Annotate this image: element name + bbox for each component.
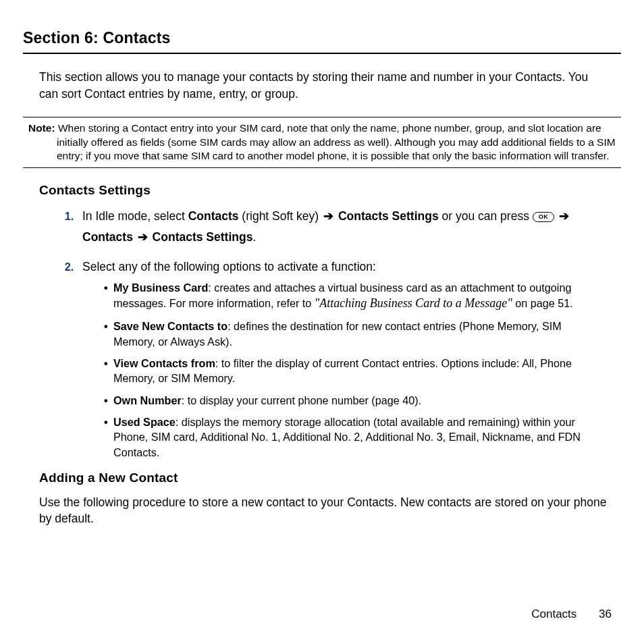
option-label: My Business Card: [113, 281, 208, 294]
list-item: Used Space: displays the memory storage …: [104, 414, 601, 460]
step1-softkey: (right Soft key): [239, 209, 323, 223]
cross-reference: "Attaching Business Card to a Message": [315, 296, 512, 310]
step-2: Select any of the following options to a…: [77, 257, 608, 460]
option-label: Used Space: [113, 416, 176, 428]
ok-key-icon: OK: [533, 212, 555, 222]
step1-mid: or you can press: [439, 209, 533, 223]
note-text: When storing a Contact entry into your S…: [57, 122, 616, 161]
note-label: Note:: [28, 122, 55, 134]
footer-section: Contacts: [531, 608, 576, 620]
step-1: In Idle mode, select Contacts (right Sof…: [77, 206, 608, 247]
step-list: In Idle mode, select Contacts (right Sof…: [57, 206, 608, 460]
step2-intro: Select any of the following options to a…: [82, 260, 376, 273]
note-block: Note: When storing a Contact entry into …: [23, 117, 621, 167]
step1-contacts: Contacts: [188, 209, 239, 223]
step1-contacts2: Contacts: [82, 230, 133, 244]
adding-contact-heading: Adding a New Contact: [39, 469, 621, 487]
list-item: Save New Contacts to: defines the destin…: [104, 319, 601, 349]
step1-cs2: Contacts Settings: [153, 230, 253, 244]
option-text: : displays the memory storage allocation…: [113, 416, 581, 458]
option-list: My Business Card: creates and attaches a…: [104, 280, 601, 460]
step1-cs: Contacts Settings: [335, 209, 439, 223]
option-label: Save New Contacts to: [113, 320, 227, 332]
section-title: Section 6: Contacts: [23, 27, 621, 49]
section-intro: This section allows you to manage your c…: [39, 69, 608, 102]
option-label: Own Number: [113, 394, 182, 406]
option-label: View Contacts from: [113, 357, 215, 369]
arrow-icon: ➔: [133, 230, 153, 244]
list-item: My Business Card: creates and attaches a…: [104, 280, 601, 312]
option-text: : to display your current phone number (…: [182, 394, 421, 406]
arrow-icon: ➔: [554, 209, 570, 223]
list-item: Own Number: to display your current phon…: [104, 393, 601, 408]
title-rule: [23, 53, 621, 54]
page-footer: Contacts 36: [531, 606, 612, 622]
step1-pre: In Idle mode, select: [82, 209, 188, 223]
step1-end: .: [252, 230, 256, 244]
arrow-icon: ➔: [322, 209, 335, 223]
adding-intro: Use the following procedure to store a n…: [39, 494, 608, 527]
page-number: 36: [599, 608, 612, 620]
contacts-settings-heading: Contacts Settings: [39, 182, 621, 200]
list-item: View Contacts from: to filter the displa…: [104, 356, 601, 386]
option-tail: on page 51.: [512, 297, 573, 309]
